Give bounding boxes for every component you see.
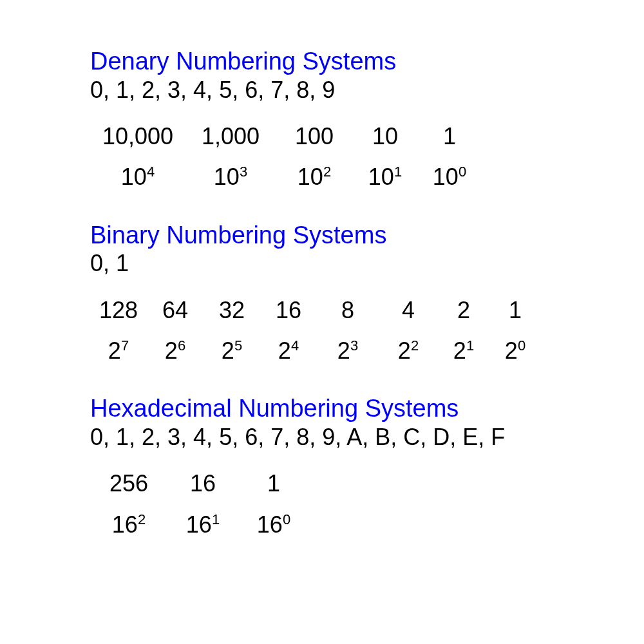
hex-digits: 0, 1, 2, 3, 4, 5, 6, 7, 8, 9, A, B, C, D…: [90, 424, 644, 450]
hex-values-row: 256 16 1: [90, 469, 644, 497]
denary-value: 10,000: [90, 122, 185, 150]
denary-value: 100: [276, 122, 353, 150]
hex-power: 161: [167, 511, 238, 538]
binary-power: 25: [204, 337, 260, 365]
binary-value: 128: [90, 296, 147, 324]
denary-power: 100: [417, 163, 482, 191]
denary-values-row: 10,000 1,000 100 10 1: [90, 122, 644, 150]
binary-value: 8: [317, 296, 379, 324]
denary-power: 102: [276, 163, 353, 191]
binary-powers-row: 27 26 25 24 23 22 21 20: [90, 337, 644, 365]
denary-value: 1,000: [185, 122, 276, 150]
denary-power: 103: [185, 163, 276, 191]
hex-power: 162: [90, 511, 167, 538]
hex-value: 1: [238, 469, 309, 497]
denary-heading: Denary Numbering Systems: [90, 48, 644, 75]
denary-value: 1: [417, 122, 482, 150]
denary-power: 104: [90, 163, 185, 191]
binary-section: Binary Numbering Systems 0, 1 128 64 32 …: [90, 222, 644, 365]
binary-values-row: 128 64 32 16 8 4 2 1: [90, 296, 644, 324]
hex-value: 256: [90, 469, 167, 497]
denary-value: 10: [353, 122, 417, 150]
binary-power: 20: [489, 337, 541, 365]
binary-value: 2: [438, 296, 489, 324]
binary-value: 4: [379, 296, 438, 324]
hex-value: 16: [167, 469, 238, 497]
binary-value: 64: [147, 296, 204, 324]
binary-power: 26: [147, 337, 204, 365]
binary-value: 1: [489, 296, 541, 324]
hex-powers-row: 162 161 160: [90, 511, 644, 538]
binary-power: 22: [379, 337, 438, 365]
denary-powers-row: 104 103 102 101 100: [90, 163, 644, 191]
binary-power: 27: [90, 337, 147, 365]
hex-section: Hexadecimal Numbering Systems 0, 1, 2, 3…: [90, 395, 644, 538]
binary-value: 16: [260, 296, 317, 324]
denary-section: Denary Numbering Systems 0, 1, 2, 3, 4, …: [90, 48, 644, 191]
binary-value: 32: [204, 296, 260, 324]
binary-power: 24: [260, 337, 317, 365]
binary-power: 23: [317, 337, 379, 365]
binary-heading: Binary Numbering Systems: [90, 222, 644, 249]
binary-power: 21: [438, 337, 489, 365]
hex-heading: Hexadecimal Numbering Systems: [90, 395, 644, 422]
denary-power: 101: [353, 163, 417, 191]
denary-digits: 0, 1, 2, 3, 4, 5, 6, 7, 8, 9: [90, 77, 644, 103]
hex-power: 160: [238, 511, 309, 538]
binary-digits: 0, 1: [90, 250, 644, 276]
